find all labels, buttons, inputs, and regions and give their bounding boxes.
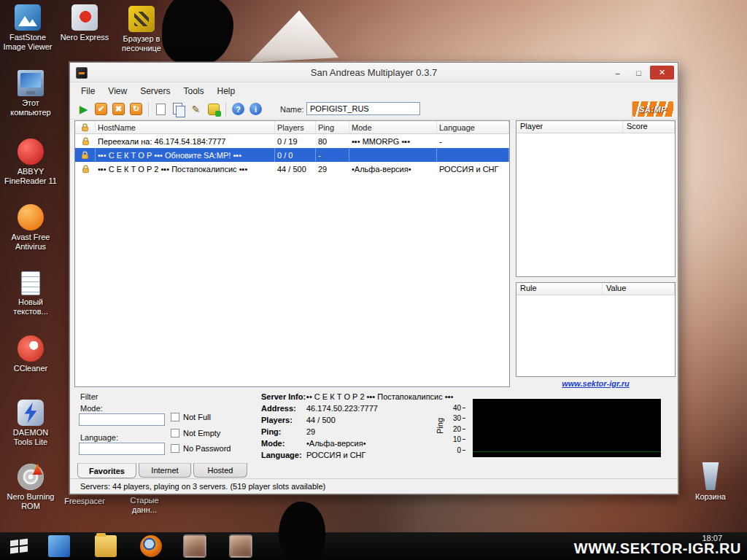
toolbar-separator xyxy=(148,102,149,117)
no-password-option[interactable]: No Password xyxy=(171,444,231,453)
value-column-header[interactable]: Value xyxy=(603,283,675,295)
menu-tools[interactable]: Tools xyxy=(177,84,210,98)
locked-column-header[interactable] xyxy=(75,121,96,133)
server-mode: •Альфа-версия• xyxy=(349,162,437,176)
watermark: WWW.SEKTOR-IGR.RU xyxy=(574,540,741,557)
server-row-selected[interactable]: •▪• С Е К Т О Р •▪• Обновите SA:MP! •▪• … xyxy=(75,148,509,162)
score-column-header[interactable]: Score xyxy=(623,121,675,133)
server-language: РОССИЯ и СНГ xyxy=(437,162,509,176)
desktop-icon-ccleaner[interactable]: CCleaner xyxy=(3,335,58,373)
close-button[interactable]: ✕ xyxy=(650,66,674,79)
nero-burning-rom-icon xyxy=(18,464,44,490)
players-label: Players: xyxy=(261,414,306,426)
not-empty-checkbox[interactable] xyxy=(171,429,179,438)
remove-favorite-button[interactable]: ✖ xyxy=(111,101,126,117)
hostname-column-header[interactable]: HostName xyxy=(96,121,275,133)
add-favorite-button[interactable]: ✔ xyxy=(93,101,109,117)
samp-window: San Andreas Multiplayer 0.3.7 – □ ✕ File… xyxy=(69,62,678,494)
start-button[interactable] xyxy=(0,532,38,560)
taskbar-icon-firefox[interactable] xyxy=(140,535,162,557)
not-full-checkbox[interactable] xyxy=(171,413,179,421)
server-info-value: ▪• С Е К Т О Р 2 •▪• Постапокалипсис •▪• xyxy=(306,392,453,401)
ping-label: Ping: xyxy=(261,426,306,438)
graph-tick: 10 xyxy=(448,435,465,443)
name-label: Name: xyxy=(280,105,303,114)
server-hostname: •▪• С Е К Т О Р 2 •▪• Постапокалипсис •▪… xyxy=(96,162,275,176)
taskbar-icon-blue-app[interactable] xyxy=(48,535,70,557)
tab-favorites[interactable]: Favorites xyxy=(77,463,136,478)
server-mode: •▪• MMORPG •▪• xyxy=(349,134,437,148)
tab-hosted[interactable]: Hosted xyxy=(193,463,247,478)
filter-language-input[interactable] xyxy=(79,443,165,455)
nero-express-icon xyxy=(71,4,98,31)
desktop-icon-daemon-tools[interactable]: DAEMON Tools Lite xyxy=(3,400,58,447)
desktop-icon-avast[interactable]: Avast Free Antivirus xyxy=(3,204,58,252)
mode-label: Mode: xyxy=(261,438,306,449)
not-empty-option[interactable]: Not Empty xyxy=(171,429,220,438)
ping-graph xyxy=(473,399,661,457)
minimize-button[interactable]: – xyxy=(608,66,627,79)
menu-file[interactable]: File xyxy=(74,84,101,98)
server-row[interactable]: Переехали на: 46.174.54.184:7777 0 / 19 … xyxy=(75,134,509,148)
toolbar: ▶ ✔ ✖ ↻ ✎ ? i Name: SA:MP xyxy=(70,99,678,120)
graph-tick: 40 xyxy=(448,404,465,412)
sandbox-browser-icon xyxy=(128,6,155,32)
sektor-igr-link[interactable]: www.sektor-igr.ru xyxy=(562,379,630,388)
player-name-input[interactable] xyxy=(306,102,420,115)
recycle-bin-icon xyxy=(700,462,721,490)
language-column-header[interactable]: Language xyxy=(437,121,509,133)
server-ping: 29 xyxy=(316,162,349,176)
no-password-checkbox[interactable] xyxy=(171,444,179,453)
desktop-icon-abbyy[interactable]: ABBYY FineReader 11 xyxy=(3,139,58,186)
desktop-icon-faststone[interactable]: FastStone Image Viewer xyxy=(0,4,55,52)
desktop-icon-sandbox-browser[interactable]: Браузер в песочнице xyxy=(114,6,169,53)
filter-mode-input[interactable] xyxy=(79,413,165,426)
status-bar: Servers: 44 players, playing on 3 server… xyxy=(70,478,678,494)
add-server-button[interactable] xyxy=(206,101,221,117)
refresh-button[interactable]: ↻ xyxy=(128,101,144,117)
server-players: 0 / 0 xyxy=(275,148,316,162)
player-column-header[interactable]: Player xyxy=(516,121,623,133)
desktop-icon-nero-express[interactable]: Nero Express xyxy=(57,4,112,42)
help-button[interactable]: ? xyxy=(231,101,246,117)
ping-column-header[interactable]: Ping xyxy=(316,121,349,133)
about-button[interactable]: i xyxy=(248,101,263,117)
players-column-header[interactable]: Players xyxy=(275,121,316,133)
connect-button[interactable]: ▶ xyxy=(76,101,91,117)
desktop-icon-recycle-bin[interactable]: Корзина xyxy=(683,462,738,502)
desktop-icon-nero-burning-rom[interactable]: Nero Burning ROM xyxy=(3,464,58,511)
server-row[interactable]: •▪• С Е К Т О Р 2 •▪• Постапокалипсис •▪… xyxy=(75,162,509,176)
menu-servers[interactable]: Servers xyxy=(133,84,177,98)
lock-icon xyxy=(82,165,90,174)
titlebar[interactable]: San Andreas Multiplayer 0.3.7 – □ ✕ xyxy=(70,63,678,82)
ping-value: 29 xyxy=(306,427,315,436)
mode-column-header[interactable]: Mode xyxy=(349,121,437,133)
server-mode xyxy=(349,148,437,162)
desktop-icon-this-computer[interactable]: Этот компьютер xyxy=(3,70,58,117)
graph-tick: 30 xyxy=(448,414,465,422)
maximize-button[interactable]: □ xyxy=(629,66,649,79)
server-ping: - xyxy=(316,148,349,162)
desktop-icon-text-document[interactable]: Новый текстов... xyxy=(3,271,58,316)
rule-column-header[interactable]: Rule xyxy=(516,283,603,295)
menu-help[interactable]: Help xyxy=(211,84,242,98)
new-page-button[interactable] xyxy=(153,101,169,117)
graph-tick: 0 xyxy=(448,446,465,454)
server-hostname: •▪• С Е К Т О Р •▪• Обновите SA:MP! •▪• xyxy=(96,148,275,162)
filter-mode-label: Mode: xyxy=(80,404,103,413)
address-label: Address: xyxy=(261,402,306,414)
menu-view[interactable]: View xyxy=(101,84,133,98)
server-info: Server Info:▪• С Е К Т О Р 2 •▪• Постапо… xyxy=(261,391,453,461)
tab-internet[interactable]: Internet xyxy=(139,463,191,478)
avast-icon xyxy=(18,204,44,230)
taskbar-icon-file-explorer[interactable] xyxy=(95,535,117,557)
server-hostname: Переехали на: 46.174.54.184:7777 xyxy=(96,134,275,148)
filter-title: Filter xyxy=(80,392,98,401)
players-panel: Player Score xyxy=(516,120,676,277)
taskbar-icon-samp-1[interactable] xyxy=(184,535,206,557)
server-players: 44 / 500 xyxy=(275,162,316,176)
not-full-option[interactable]: Not Full xyxy=(171,413,211,421)
edit-button[interactable]: ✎ xyxy=(188,101,204,117)
taskbar-icon-samp-2[interactable] xyxy=(230,535,252,557)
copy-button[interactable] xyxy=(171,101,186,117)
